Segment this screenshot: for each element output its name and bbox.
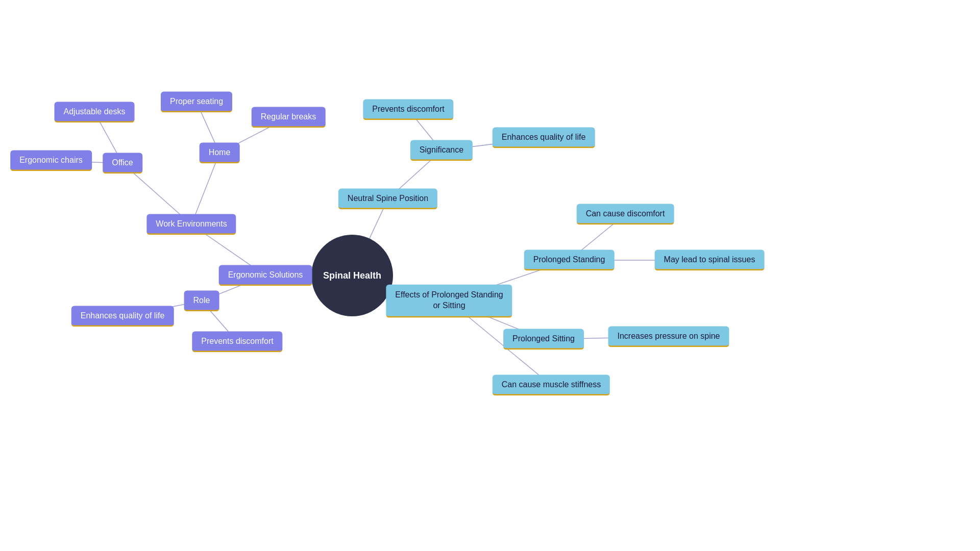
node-significance[interactable]: Significance <box>410 140 473 161</box>
node-prolonged_standing[interactable]: Prolonged Standing <box>524 250 615 271</box>
node-office[interactable]: Office <box>103 153 142 174</box>
node-neutral_spine[interactable]: Neutral Spine Position <box>338 189 437 210</box>
node-prolonged_sitting[interactable]: Prolonged Sitting <box>503 329 584 350</box>
node-can_cause_discomfort[interactable]: Can cause discomfort <box>577 204 674 225</box>
node-label-role: Role <box>184 291 219 312</box>
center-label: Spinal Health <box>311 235 393 316</box>
node-ergonomic_chairs[interactable]: Ergonomic chairs <box>10 151 92 171</box>
node-increases_pressure[interactable]: Increases pressure on spine <box>608 327 729 347</box>
node-label-adjustable_desks: Adjustable desks <box>55 102 135 123</box>
node-muscle_stiffness[interactable]: Can cause muscle stiffness <box>493 375 610 396</box>
node-label-can_cause_discomfort: Can cause discomfort <box>577 204 674 225</box>
node-label-increases_pressure: Increases pressure on spine <box>608 327 729 347</box>
node-label-significance: Significance <box>410 140 473 161</box>
node-label-home: Home <box>200 143 240 164</box>
center-node[interactable]: Spinal Health <box>311 235 393 316</box>
node-label-neutral_spine: Neutral Spine Position <box>338 189 437 210</box>
node-label-work_environments: Work Environments <box>146 214 236 235</box>
node-work_environments[interactable]: Work Environments <box>146 214 236 235</box>
node-home[interactable]: Home <box>200 143 240 164</box>
node-may_lead_spinal[interactable]: May lead to spinal issues <box>655 250 765 271</box>
node-enhances_quality[interactable]: Enhances quality of life <box>71 306 174 327</box>
node-regular_breaks[interactable]: Regular breaks <box>252 107 326 128</box>
node-label-ergonomic_solutions: Ergonomic Solutions <box>219 265 312 286</box>
node-proper_seating[interactable]: Proper seating <box>161 92 232 113</box>
node-adjustable_desks[interactable]: Adjustable desks <box>55 102 135 123</box>
node-label-office: Office <box>103 153 142 174</box>
node-label-prolonged_standing: Prolonged Standing <box>524 250 615 271</box>
node-enhances_quality_right[interactable]: Enhances quality of life <box>493 128 595 148</box>
node-label-prevents_discomfort_left: Prevents discomfort <box>192 332 282 353</box>
node-ergonomic_solutions[interactable]: Ergonomic Solutions <box>219 265 312 286</box>
node-label-prevents_discomfort_right: Prevents discomfort <box>363 99 453 120</box>
node-label-enhances_quality: Enhances quality of life <box>71 306 174 327</box>
node-label-effects: Effects of Prolonged Standingor Sitting <box>386 285 512 318</box>
node-label-enhances_quality_right: Enhances quality of life <box>493 128 595 148</box>
node-label-may_lead_spinal: May lead to spinal issues <box>655 250 765 271</box>
node-label-proper_seating: Proper seating <box>161 92 232 113</box>
node-label-ergonomic_chairs: Ergonomic chairs <box>10 151 92 171</box>
node-label-muscle_stiffness: Can cause muscle stiffness <box>493 375 610 396</box>
node-label-regular_breaks: Regular breaks <box>252 107 326 128</box>
node-prevents_discomfort_left[interactable]: Prevents discomfort <box>192 332 282 353</box>
node-effects[interactable]: Effects of Prolonged Standingor Sitting <box>386 285 512 318</box>
node-prevents_discomfort_right[interactable]: Prevents discomfort <box>363 99 453 120</box>
node-label-prolonged_sitting: Prolonged Sitting <box>503 329 584 350</box>
node-role[interactable]: Role <box>184 291 219 312</box>
